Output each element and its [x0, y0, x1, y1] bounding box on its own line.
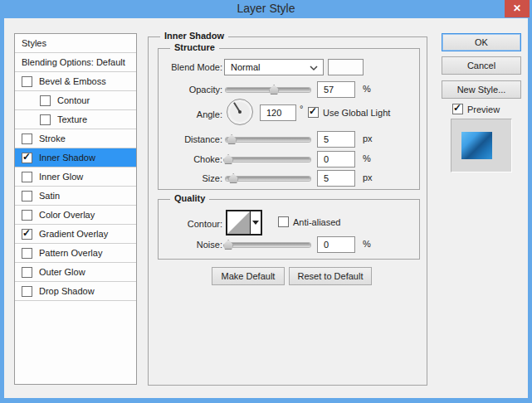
make-default-button[interactable]: Make Default — [212, 267, 285, 285]
distance-input[interactable]: 5 — [317, 131, 355, 148]
blend-mode-value: Normal — [231, 62, 260, 72]
close-icon: ✕ — [513, 2, 521, 14]
check-icon: ✓ — [22, 228, 31, 239]
cancel-button[interactable]: Cancel — [442, 56, 521, 75]
quality-legend: Quality — [170, 193, 209, 203]
sidebar-item-drop-shadow[interactable]: ✓Drop Shadow — [15, 282, 136, 301]
angle-label: Angle: — [152, 109, 222, 120]
new-style-button[interactable]: New Style... — [442, 80, 521, 99]
check-icon: ✓ — [453, 103, 461, 114]
sidebar-item-contour[interactable]: ✓Contour — [15, 91, 136, 110]
contour-picker[interactable] — [226, 210, 262, 235]
size-unit: px — [363, 172, 373, 182]
check-icon: ✓ — [22, 152, 31, 163]
check-icon: ✓ — [309, 106, 317, 117]
size-input[interactable]: 5 — [317, 170, 355, 187]
triangle-down-icon — [252, 221, 259, 225]
sidebar-item-label: Outer Glow — [39, 267, 85, 277]
preview-checkbox[interactable]: ✓ — [452, 104, 463, 114]
sidebar-item-label: Bevel & Emboss — [39, 76, 106, 86]
contour-thumbnail[interactable] — [227, 211, 250, 234]
use-global-light-label: Use Global Light — [323, 108, 390, 118]
style-checkbox-bevel-emboss[interactable]: ✓ — [22, 76, 32, 87]
opacity-unit: % — [363, 84, 371, 94]
preview-label: Preview — [467, 104, 500, 114]
sidebar-item-inner-shadow[interactable]: ✓Inner Shadow — [15, 148, 136, 168]
choke-label: Choke: — [152, 153, 222, 165]
opacity-slider[interactable] — [226, 88, 310, 92]
sidebar-item-color-overlay[interactable]: ✓Color Overlay — [15, 206, 136, 225]
sidebar-item-label: Drop Shadow — [39, 286, 95, 296]
sidebar-item-satin[interactable]: ✓Satin — [15, 187, 136, 206]
noise-slider[interactable] — [226, 243, 310, 247]
sidebar-item-texture[interactable]: ✓Texture — [15, 110, 136, 129]
sidebar-item-pattern-overlay[interactable]: ✓Pattern Overlay — [15, 244, 136, 263]
reset-to-default-button[interactable]: Reset to Default — [289, 267, 372, 285]
sidebar-item-bevel-emboss[interactable]: ✓Bevel & Emboss — [15, 72, 136, 91]
style-checkbox-color-overlay[interactable]: ✓ — [22, 210, 32, 221]
style-preview-swatch — [461, 132, 492, 159]
panel-legend: Inner Shadow — [160, 31, 228, 41]
anti-aliased-label: Anti-aliased — [293, 217, 340, 227]
sidebar-item-label: Contour — [57, 95, 90, 105]
contour-dropdown-button[interactable] — [250, 211, 261, 234]
anti-aliased-checkbox[interactable]: ✓ — [278, 216, 289, 227]
structure-legend: Structure — [170, 42, 219, 52]
blend-mode-select[interactable]: Normal — [224, 59, 324, 75]
opacity-label: Opacity: — [152, 84, 222, 95]
noise-input[interactable]: 0 — [317, 236, 355, 253]
style-checkbox-gradient-overlay[interactable]: ✓ — [22, 229, 32, 240]
distance-unit: px — [363, 134, 373, 143]
sidebar-item-label: Gradient Overlay — [39, 229, 108, 239]
style-checkbox-outer-glow[interactable]: ✓ — [22, 267, 32, 278]
style-checkbox-stroke[interactable]: ✓ — [22, 134, 32, 144]
sidebar-item-label: Inner Shadow — [39, 153, 95, 163]
chevron-down-icon — [310, 66, 318, 71]
style-checkbox-texture[interactable]: ✓ — [40, 114, 51, 125]
sidebar-item-outer-glow[interactable]: ✓Outer Glow — [15, 263, 136, 282]
close-button[interactable]: ✕ — [505, 0, 530, 17]
noise-unit: % — [363, 239, 371, 249]
sidebar-item-blending-options[interactable]: Blending Options: Default — [15, 53, 136, 72]
sidebar-item-label: Texture — [57, 114, 87, 124]
style-preview-box — [451, 119, 512, 172]
style-checkbox-inner-glow[interactable]: ✓ — [22, 172, 32, 182]
angle-input[interactable]: 120 — [260, 104, 296, 121]
ok-button[interactable]: OK — [442, 33, 521, 51]
style-checkbox-inner-shadow[interactable]: ✓ — [22, 153, 32, 163]
style-checkbox-pattern-overlay[interactable]: ✓ — [22, 248, 32, 259]
sidebar-item-inner-glow[interactable]: ✓Inner Glow — [15, 168, 136, 187]
size-slider[interactable] — [226, 177, 310, 181]
layer-style-dialog: Layer Style ✕ Styles Blending Options: D… — [0, 0, 532, 403]
dialog-content: Styles Blending Options: Default ✓Bevel … — [4, 18, 528, 398]
sidebar-item-label: Color Overlay — [39, 210, 95, 220]
sidebar-item-gradient-overlay[interactable]: ✓Gradient Overlay — [15, 225, 136, 244]
choke-unit: % — [363, 153, 371, 163]
style-checkbox-drop-shadow[interactable]: ✓ — [22, 286, 32, 297]
styles-header-row[interactable]: Styles — [15, 34, 136, 53]
angle-unit: ° — [300, 104, 303, 114]
noise-label: Noise: — [152, 239, 222, 250]
opacity-input[interactable]: 57 — [317, 81, 355, 98]
use-global-light-checkbox[interactable]: ✓ — [308, 107, 319, 118]
distance-slider[interactable] — [226, 138, 310, 142]
style-checkbox-contour[interactable]: ✓ — [40, 95, 51, 106]
contour-label: Contour: — [152, 218, 222, 230]
sidebar-item-label: Pattern Overlay — [39, 248, 102, 258]
distance-label: Distance: — [152, 134, 222, 145]
window-title: Layer Style — [0, 2, 532, 15]
sidebar-item-label: Inner Glow — [39, 172, 83, 182]
shadow-color-swatch[interactable] — [328, 59, 364, 75]
choke-slider[interactable] — [226, 158, 310, 162]
choke-input[interactable]: 0 — [317, 151, 355, 168]
angle-dial[interactable] — [226, 98, 254, 126]
blend-mode-label: Blend Mode: — [152, 61, 222, 73]
styles-header-label: Styles — [22, 38, 46, 48]
sidebar-item-stroke[interactable]: ✓Stroke — [15, 129, 136, 148]
styles-list: Styles Blending Options: Default ✓Bevel … — [14, 33, 137, 385]
blending-options-label: Blending Options: Default — [22, 57, 125, 67]
titlebar[interactable]: Layer Style ✕ — [0, 0, 532, 18]
style-checkbox-satin[interactable]: ✓ — [22, 191, 32, 202]
sidebar-item-label: Stroke — [39, 134, 66, 143]
size-label: Size: — [152, 172, 222, 184]
